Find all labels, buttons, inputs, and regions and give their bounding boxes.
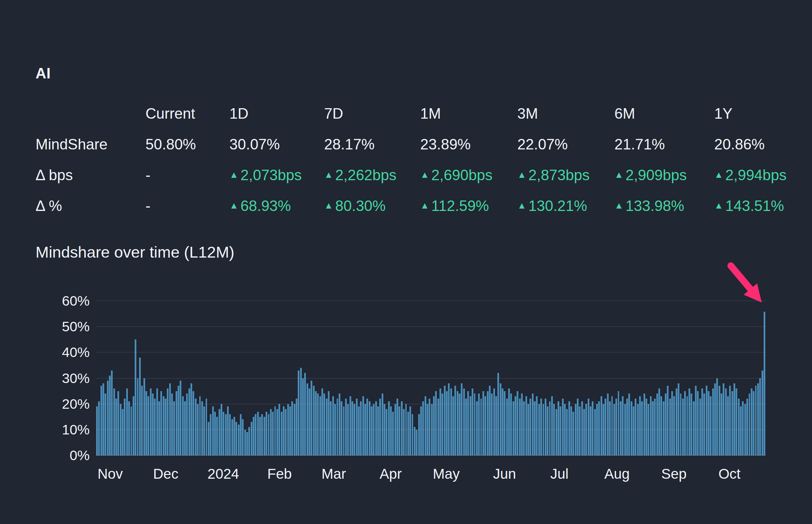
mindshare-bar[interactable]	[577, 398, 578, 455]
mindshare-bar[interactable]	[663, 401, 665, 455]
mindshare-bar[interactable]	[272, 412, 274, 455]
mindshare-bar[interactable]	[676, 389, 677, 455]
mindshare-bar[interactable]	[757, 383, 759, 455]
mindshare-bar[interactable]	[581, 401, 583, 455]
mindshare-bar[interactable]	[560, 406, 561, 455]
mindshare-bar[interactable]	[727, 396, 729, 455]
mindshare-bar[interactable]	[529, 398, 531, 455]
mindshare-bar[interactable]	[285, 409, 287, 455]
mindshare-bar[interactable]	[113, 389, 115, 455]
mindshare-bar[interactable]	[328, 391, 330, 455]
mindshare-bar[interactable]	[382, 393, 383, 455]
mindshare-bar[interactable]	[403, 409, 405, 455]
mindshare-bar[interactable]	[733, 383, 735, 455]
mindshare-bar[interactable]	[607, 393, 609, 455]
mindshare-bar[interactable]	[521, 393, 523, 455]
mindshare-bar[interactable]	[190, 383, 192, 455]
mindshare-bar[interactable]	[199, 396, 201, 455]
mindshare-bar[interactable]	[601, 396, 602, 455]
mindshare-bar[interactable]	[742, 401, 744, 455]
mindshare-bar[interactable]	[549, 401, 551, 455]
mindshare-bar[interactable]	[366, 398, 368, 455]
mindshare-bar[interactable]	[100, 386, 102, 455]
mindshare-bar[interactable]	[493, 389, 495, 455]
mindshare-bar[interactable]	[304, 373, 306, 455]
mindshare-bar[interactable]	[266, 412, 267, 455]
mindshare-bar[interactable]	[755, 386, 757, 455]
mindshare-bar[interactable]	[137, 378, 139, 456]
mindshare-bar[interactable]	[360, 401, 362, 455]
mindshare-bar[interactable]	[495, 396, 497, 455]
mindshare-bar[interactable]	[242, 419, 244, 455]
mindshare-bar[interactable]	[223, 412, 224, 455]
mindshare-bar[interactable]	[225, 414, 227, 455]
mindshare-bar[interactable]	[313, 386, 315, 455]
mindshare-bar[interactable]	[502, 389, 504, 455]
mindshare-bar[interactable]	[107, 381, 109, 455]
mindshare-bar[interactable]	[500, 383, 501, 455]
mindshare-bar[interactable]	[102, 383, 104, 455]
mindshare-bar[interactable]	[450, 389, 452, 455]
mindshare-bar[interactable]	[652, 401, 654, 455]
mindshare-bar[interactable]	[126, 389, 128, 455]
mindshare-bar[interactable]	[176, 391, 177, 455]
mindshare-bar[interactable]	[386, 409, 387, 455]
mindshare-bar[interactable]	[463, 389, 465, 455]
mindshare-bar[interactable]	[298, 371, 299, 455]
mindshare-bar[interactable]	[478, 393, 480, 455]
mindshare-bar[interactable]	[579, 406, 580, 455]
mindshare-bar[interactable]	[330, 401, 332, 455]
mindshare-bar[interactable]	[350, 396, 351, 455]
mindshare-bar[interactable]	[506, 398, 508, 455]
mindshare-bar[interactable]	[131, 406, 132, 455]
mindshare-bar[interactable]	[650, 396, 652, 455]
mindshare-bar[interactable]	[508, 389, 510, 455]
mindshare-bar[interactable]	[469, 396, 471, 455]
mindshare-bar[interactable]	[547, 406, 548, 455]
mindshare-bar[interactable]	[150, 389, 152, 455]
mindshare-bar[interactable]	[497, 373, 499, 455]
mindshare-bar[interactable]	[740, 406, 742, 455]
mindshare-bar[interactable]	[628, 393, 630, 455]
mindshare-bar[interactable]	[710, 396, 712, 455]
mindshare-bar[interactable]	[723, 383, 725, 455]
mindshare-bar[interactable]	[594, 409, 596, 455]
mindshare-bar[interactable]	[261, 414, 263, 455]
mindshare-bar[interactable]	[135, 340, 136, 455]
mindshare-bar[interactable]	[583, 409, 585, 455]
mindshare-bar[interactable]	[429, 398, 430, 455]
mindshare-bar[interactable]	[115, 398, 117, 455]
mindshare-bar[interactable]	[160, 391, 162, 455]
mindshare-bar[interactable]	[236, 422, 237, 455]
mindshare-bar[interactable]	[369, 401, 370, 455]
mindshare-bar[interactable]	[356, 398, 357, 455]
mindshare-bar[interactable]	[358, 406, 360, 455]
mindshare-bar[interactable]	[590, 406, 591, 455]
mindshare-bar[interactable]	[371, 406, 372, 455]
mindshare-bar[interactable]	[214, 412, 216, 455]
mindshare-bar[interactable]	[418, 414, 420, 455]
mindshare-bar[interactable]	[240, 414, 242, 455]
mindshare-bar[interactable]	[690, 393, 692, 455]
mindshare-bar[interactable]	[639, 396, 641, 455]
mindshare-bar[interactable]	[147, 396, 149, 455]
mindshare-bar[interactable]	[163, 396, 164, 455]
mindshare-bar[interactable]	[169, 383, 171, 455]
mindshare-bar[interactable]	[311, 381, 312, 455]
mindshare-bar[interactable]	[725, 389, 727, 455]
mindshare-bar[interactable]	[264, 417, 265, 455]
mindshare-bar[interactable]	[665, 393, 667, 455]
mindshare-bar[interactable]	[484, 396, 486, 455]
mindshare-bar[interactable]	[167, 389, 169, 455]
mindshare-bar[interactable]	[203, 406, 205, 455]
mindshare-bar[interactable]	[551, 396, 553, 455]
mindshare-bar[interactable]	[701, 389, 703, 455]
mindshare-bar[interactable]	[729, 386, 731, 455]
mindshare-bar[interactable]	[189, 389, 190, 455]
mindshare-bar[interactable]	[212, 406, 214, 455]
mindshare-bar[interactable]	[738, 398, 739, 455]
mindshare-bar[interactable]	[227, 406, 229, 455]
mindshare-bar[interactable]	[152, 393, 154, 455]
mindshare-bar[interactable]	[489, 386, 491, 455]
mindshare-bar[interactable]	[433, 396, 435, 455]
